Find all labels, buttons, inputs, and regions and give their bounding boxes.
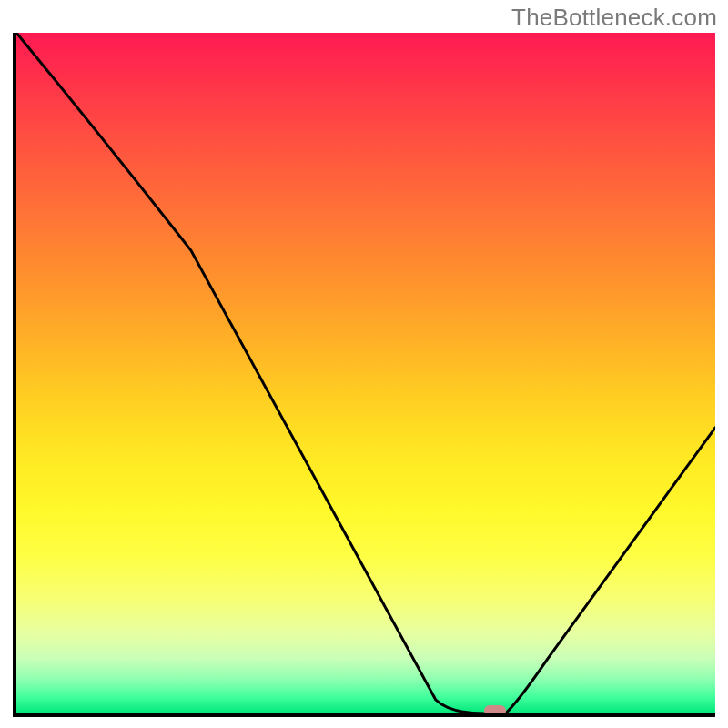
bottleneck-curve (16, 33, 715, 713)
plot-area (13, 33, 715, 717)
chart-frame: TheBottleneck.com (0, 0, 728, 728)
optimal-point-marker (484, 705, 506, 716)
watermark-text: TheBottleneck.com (511, 4, 717, 32)
